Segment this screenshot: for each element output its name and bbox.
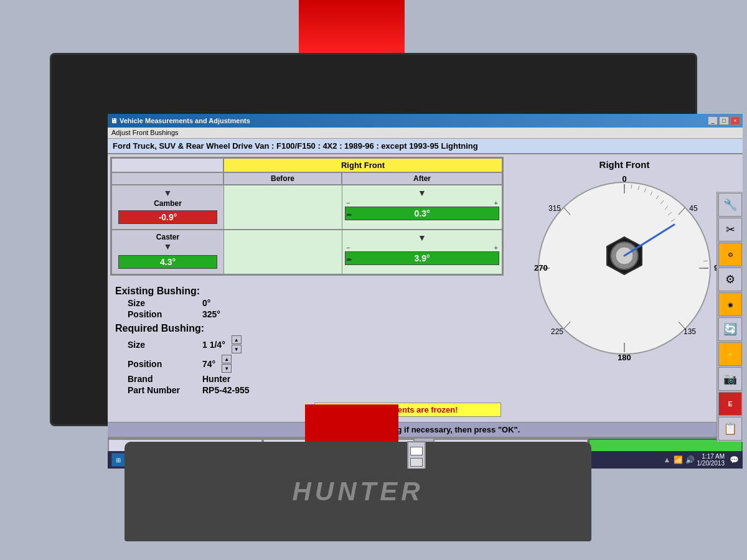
svg-text:180: 180 [618,353,631,362]
monitor-bezel: 🖥 Vehicle Measurements and Adjustments _… [50,53,697,426]
empty-sub [111,172,223,185]
systray-network[interactable]: 📶 [674,455,683,464]
required-size-value: 1 1/4° [202,340,225,350]
required-size-label: Size [115,340,202,350]
caster-after-arrow: ▼ [345,233,499,243]
before-header: Before [223,172,342,185]
camber-before-gauge: -0.9° [115,208,221,226]
info-section: Existing Bushing: Size 0° Position 325° … [108,278,506,400]
screen: 🖥 Vehicle Measurements and Adjustments _… [108,114,743,469]
before-label: Before [271,174,294,183]
svg-text:135: 135 [684,327,696,336]
window-titlebar: 🖥 Vehicle Measurements and Adjustments _… [108,114,743,128]
measurement-table: Right Front Before After [110,157,504,276]
part-number-label: Part Number [115,385,202,395]
position-steppers: ▲ ▼ [222,355,232,373]
close-button[interactable]: × [730,116,740,125]
systray-notification[interactable]: 💬 [730,455,739,464]
monitor-base: HUNTER [125,442,591,541]
svg-text:315: 315 [548,204,561,213]
right-front-header-text: Right Front [341,161,385,170]
caster-label: Caster [115,233,221,241]
camber-after-bar: ✏ 0.3° [345,207,499,220]
sidebar-icon-7[interactable]: ⚡ [718,342,742,366]
table-header: Right Front [111,158,502,172]
sidebar-icon-2[interactable]: ✂ [718,218,742,241]
caster-plus-minus: − + [345,244,499,251]
existing-size-row: Size 0° [115,298,499,308]
main-area: Right Front Before After [108,154,743,422]
size-down-button[interactable]: ▼ [232,345,242,353]
instruction-bar: Install the bushing if necessary, then p… [108,422,743,437]
dial-svg: 0 45 90 135 180 225 270 315 [531,175,718,362]
clock-time: 1:17 AM [697,453,725,460]
camber-plus-minus: − + [345,199,499,207]
minimize-button[interactable]: _ [708,116,718,125]
existing-size-label: Size [115,298,202,308]
camber-after-value: 0.3° [414,208,430,218]
required-size-row: Size 1 1/4° ▲ ▼ [115,335,499,353]
position-down-button[interactable]: ▼ [222,364,232,373]
existing-position-row: Position 325° [115,309,499,319]
taskbar-time: 1:17 AM 1/20/2013 [697,453,725,467]
svg-text:270: 270 [534,263,548,273]
compute-icon-bottom [410,458,423,467]
sidebar-icon-6[interactable]: 🔄 [718,317,742,341]
sidebar-icon-4[interactable]: ⚙ [718,268,742,291]
brand-label: Brand [115,374,202,384]
sidebar-icon-3[interactable]: ⚙ [718,243,742,266]
maximize-button[interactable]: □ [719,116,729,125]
caster-before-value: 4.3° [160,257,176,267]
monitor-brand-label: HUNTER [293,477,424,506]
blank-header [111,158,223,172]
toolbar: Adjust Front Bushings [108,128,743,139]
camber-before-bar: -0.9° [118,210,217,224]
size-steppers: ▲ ▼ [232,335,242,353]
vehicle-info-text: Ford Truck, SUV & Rear Wheel Drive Van :… [113,141,478,151]
compute-icon-button[interactable] [407,441,426,469]
camber-before-value: -0.9° [159,212,177,222]
left-panel: Right Front Before After [108,154,506,422]
vehicle-info-bar: Ford Truck, SUV & Rear Wheel Drive Van :… [108,139,743,154]
required-position-row: Position 74° ▲ ▼ [115,355,499,373]
svg-text:225: 225 [551,327,563,336]
start-button[interactable]: ⊞ [111,453,125,467]
right-panel: Right Front [506,154,743,422]
systray: ▲ 📶 🔊 1:17 AM 1/20/2013 💬 [664,453,739,467]
window-controls: _ □ × [708,116,740,125]
toolbar-label: Adjust Front Bushings [111,129,179,136]
sidebar-icon-9[interactable]: E [718,392,742,416]
camber-arrow: ▼ [115,188,221,198]
brand-row: Brand Hunter [115,374,499,384]
camber-after-cell [224,185,342,229]
sidebar-icon-1[interactable]: 🔧 [718,193,742,217]
caster-label-cell: Caster ▼ 4.3° [112,230,224,274]
part-number-row: Part Number RP5-42-955 [115,385,499,395]
required-position-label: Position [115,359,202,369]
dial-title: Right Front [599,159,650,170]
camber-after-arrow: ▼ [345,188,499,198]
required-bushing-title: Required Bushing: [115,323,499,334]
size-up-button[interactable]: ▲ [232,335,242,344]
pencil-icon: ✏ [347,212,352,218]
camber-label-cell: ▼ Camber -0.9° [112,185,224,229]
camber-label: Camber [115,199,221,208]
caster-after-cell [224,230,342,274]
position-up-button[interactable]: ▲ [222,355,232,363]
caster-before-bar: 4.3° [118,255,217,269]
systray-arrow[interactable]: ▲ [664,455,671,464]
right-sidebar: 🔧 ✂ ⚙ ⚙ ◉ 🔄 ⚡ 📷 E 📋 [716,192,743,442]
svg-text:0: 0 [622,175,626,184]
sidebar-icon-5[interactable]: ◉ [718,292,742,316]
systray-volume[interactable]: 🔊 [685,455,695,464]
existing-bushing-title: Existing Bushing: [115,286,499,297]
camber-after-gauge-cell: ▼ − + ✏ 0.3° [342,185,502,229]
caster-row: Caster ▼ 4.3° ▼ [111,230,502,274]
caster-after-gauge-cell: ▼ − + ✏ 3.9° [342,230,502,274]
sidebar-icon-8[interactable]: 📷 [718,367,742,391]
caster-before-gauge: 4.3° [115,253,221,271]
compute-icon-top [410,447,423,455]
window-title-text: Vehicle Measurements and Adjustments [120,117,250,124]
right-front-header: Right Front [223,158,502,172]
sidebar-icon-10[interactable]: 📋 [718,417,742,441]
